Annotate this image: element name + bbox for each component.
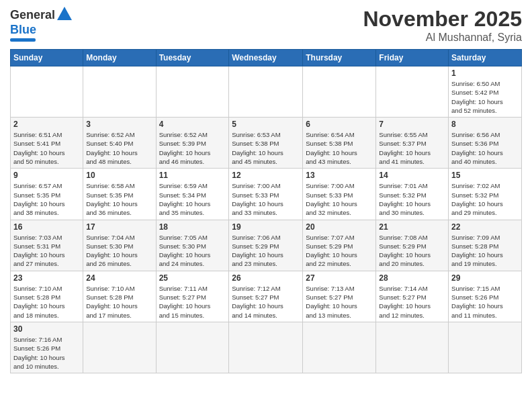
table-row bbox=[376, 66, 449, 118]
sunset-text: Sunset: 5:27 PM bbox=[379, 293, 426, 301]
sunset-text: Sunset: 5:27 PM bbox=[232, 293, 279, 301]
day-number: 19 bbox=[232, 222, 300, 232]
daylight-text: and 12 minutes. bbox=[379, 312, 425, 319]
sunset-text: Sunset: 5:28 PM bbox=[451, 242, 498, 250]
sunset-text: Sunset: 5:30 PM bbox=[86, 242, 133, 250]
day-info: Sunrise: 7:04 AMSunset: 5:30 PMDaylight:… bbox=[86, 233, 152, 269]
day-number: 29 bbox=[451, 273, 519, 283]
day-number: 6 bbox=[306, 120, 373, 129]
daylight-text: Daylight: 10 hours bbox=[159, 302, 211, 310]
day-info: Sunrise: 6:56 AMSunset: 5:36 PMDaylight:… bbox=[451, 130, 519, 166]
daylight-text: Daylight: 10 hours bbox=[232, 200, 283, 208]
daylight-text: and 13 minutes. bbox=[306, 312, 351, 319]
table-row bbox=[303, 66, 376, 118]
table-row: 15Sunrise: 7:02 AMSunset: 5:32 PMDayligh… bbox=[449, 169, 522, 220]
table-row: 23Sunrise: 7:10 AMSunset: 5:28 PMDayligh… bbox=[11, 271, 83, 322]
day-info: Sunrise: 6:51 AMSunset: 5:41 PMDaylight:… bbox=[13, 130, 80, 166]
table-row bbox=[449, 322, 522, 373]
day-info: Sunrise: 7:09 AMSunset: 5:28 PMDaylight:… bbox=[451, 233, 519, 269]
daylight-text: Daylight: 10 hours bbox=[306, 149, 357, 156]
day-info: Sunrise: 7:08 AMSunset: 5:29 PMDaylight:… bbox=[379, 233, 445, 269]
table-row: 5Sunrise: 6:53 AMSunset: 5:38 PMDaylight… bbox=[229, 118, 303, 169]
sunset-text: Sunset: 5:38 PM bbox=[306, 140, 353, 147]
day-number: 1 bbox=[451, 68, 519, 78]
day-info: Sunrise: 6:57 AMSunset: 5:35 PMDaylight:… bbox=[13, 181, 80, 217]
calendar-week-row: 9Sunrise: 6:57 AMSunset: 5:35 PMDaylight… bbox=[11, 169, 522, 220]
table-row: 8Sunrise: 6:56 AMSunset: 5:36 PMDaylight… bbox=[449, 118, 522, 169]
sunset-text: Sunset: 5:41 PM bbox=[13, 140, 60, 147]
daylight-text: Daylight: 10 hours bbox=[159, 200, 211, 208]
sunset-text: Sunset: 5:33 PM bbox=[232, 191, 279, 199]
daylight-text: Daylight: 10 hours bbox=[232, 251, 283, 259]
day-number: 7 bbox=[379, 120, 445, 129]
table-row: 2Sunrise: 6:51 AMSunset: 5:41 PMDaylight… bbox=[11, 118, 83, 169]
sunrise-text: Sunrise: 7:04 AM bbox=[86, 234, 134, 241]
sunrise-text: Sunrise: 7:08 AM bbox=[379, 234, 427, 241]
table-row: 4Sunrise: 6:52 AMSunset: 5:39 PMDaylight… bbox=[156, 118, 229, 169]
daylight-text: Daylight: 10 hours bbox=[306, 302, 357, 310]
day-number: 17 bbox=[86, 222, 152, 232]
sunset-text: Sunset: 5:36 PM bbox=[451, 140, 498, 147]
title-block: November 2025 Al Mushannaf, Syria bbox=[363, 7, 522, 44]
day-number: 30 bbox=[13, 324, 80, 334]
sunset-text: Sunset: 5:28 PM bbox=[13, 293, 60, 301]
sunrise-text: Sunrise: 6:58 AM bbox=[86, 182, 134, 189]
daylight-text: and 27 minutes. bbox=[13, 260, 59, 267]
location: Al Mushannaf, Syria bbox=[363, 32, 522, 44]
daylight-text: Daylight: 10 hours bbox=[451, 251, 503, 259]
daylight-text: and 45 minutes. bbox=[232, 158, 277, 165]
sunset-text: Sunset: 5:39 PM bbox=[159, 140, 206, 147]
daylight-text: Daylight: 10 hours bbox=[306, 200, 357, 208]
day-info: Sunrise: 6:52 AMSunset: 5:39 PMDaylight:… bbox=[159, 130, 226, 166]
day-number: 10 bbox=[86, 171, 152, 180]
day-number: 26 bbox=[232, 273, 300, 283]
day-number: 24 bbox=[86, 273, 152, 283]
daylight-text: Daylight: 10 hours bbox=[306, 251, 357, 259]
daylight-text: Daylight: 10 hours bbox=[379, 200, 431, 208]
daylight-text: Daylight: 10 hours bbox=[13, 149, 65, 156]
daylight-text: and 33 minutes. bbox=[232, 209, 277, 216]
sunset-text: Sunset: 5:29 PM bbox=[232, 242, 279, 250]
daylight-text: Daylight: 10 hours bbox=[451, 200, 503, 208]
daylight-text: Daylight: 10 hours bbox=[86, 302, 138, 310]
day-info: Sunrise: 6:52 AMSunset: 5:40 PMDaylight:… bbox=[86, 130, 152, 166]
page: General Blue November 2025 Al Mushannaf,… bbox=[0, 0, 532, 380]
calendar-week-row: 23Sunrise: 7:10 AMSunset: 5:28 PMDayligh… bbox=[11, 271, 522, 322]
day-number: 3 bbox=[86, 120, 152, 129]
daylight-text: Daylight: 10 hours bbox=[13, 302, 65, 310]
day-info: Sunrise: 7:01 AMSunset: 5:32 PMDaylight:… bbox=[379, 181, 445, 217]
day-info: Sunrise: 6:53 AMSunset: 5:38 PMDaylight:… bbox=[232, 130, 300, 166]
daylight-text: and 29 minutes. bbox=[451, 209, 497, 216]
daylight-text: and 23 minutes. bbox=[232, 260, 277, 267]
daylight-text: Daylight: 10 hours bbox=[451, 302, 503, 310]
daylight-text: and 10 minutes. bbox=[13, 363, 59, 370]
sunrise-text: Sunrise: 7:09 AM bbox=[451, 234, 500, 241]
col-thursday: Thursday bbox=[303, 50, 376, 66]
logo: General Blue bbox=[10, 7, 72, 42]
sunset-text: Sunset: 5:30 PM bbox=[159, 242, 206, 250]
sunrise-text: Sunrise: 6:59 AM bbox=[159, 182, 208, 189]
sunrise-text: Sunrise: 7:10 AM bbox=[86, 285, 134, 292]
day-number: 18 bbox=[159, 222, 226, 232]
day-number: 8 bbox=[451, 120, 519, 129]
sunset-text: Sunset: 5:31 PM bbox=[13, 242, 60, 250]
sunrise-text: Sunrise: 7:16 AM bbox=[13, 336, 62, 343]
day-info: Sunrise: 7:00 AMSunset: 5:33 PMDaylight:… bbox=[306, 181, 373, 217]
calendar-week-row: 16Sunrise: 7:03 AMSunset: 5:31 PMDayligh… bbox=[11, 220, 522, 271]
table-row: 1Sunrise: 6:50 AMSunset: 5:42 PMDaylight… bbox=[449, 66, 522, 118]
sunrise-text: Sunrise: 6:56 AM bbox=[451, 131, 500, 138]
sunrise-text: Sunrise: 7:15 AM bbox=[451, 285, 500, 292]
daylight-text: Daylight: 10 hours bbox=[86, 251, 138, 259]
day-number: 9 bbox=[13, 171, 80, 180]
day-info: Sunrise: 7:11 AMSunset: 5:27 PMDaylight:… bbox=[159, 284, 226, 320]
day-info: Sunrise: 7:15 AMSunset: 5:26 PMDaylight:… bbox=[451, 284, 519, 320]
table-row: 25Sunrise: 7:11 AMSunset: 5:27 PMDayligh… bbox=[156, 271, 229, 322]
sunrise-text: Sunrise: 7:00 AM bbox=[232, 182, 280, 189]
table-row: 14Sunrise: 7:01 AMSunset: 5:32 PMDayligh… bbox=[376, 169, 449, 220]
daylight-text: and 17 minutes. bbox=[86, 312, 132, 319]
logo-bar bbox=[10, 38, 36, 42]
sunset-text: Sunset: 5:29 PM bbox=[306, 242, 353, 250]
sunset-text: Sunset: 5:33 PM bbox=[306, 191, 353, 199]
sunset-text: Sunset: 5:32 PM bbox=[451, 191, 498, 199]
sunrise-text: Sunrise: 7:03 AM bbox=[13, 234, 62, 241]
